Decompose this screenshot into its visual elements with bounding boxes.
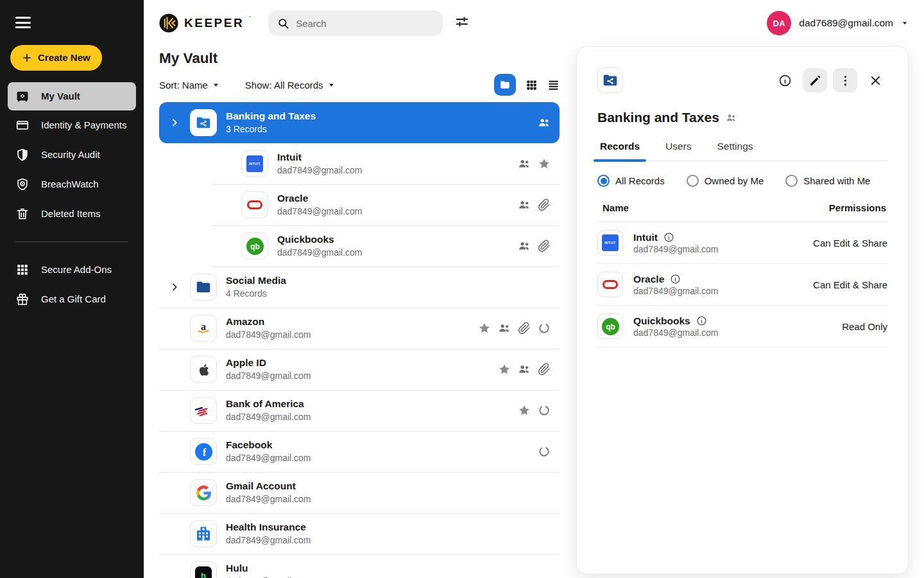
column-name: Name xyxy=(603,202,629,213)
gift-icon xyxy=(15,292,30,306)
hulu-logo: h xyxy=(190,561,217,578)
info-button[interactable] xyxy=(773,68,797,92)
sidebar-item-identity-payments[interactable]: Identity & Payments xyxy=(0,110,144,140)
more-options-button[interactable] xyxy=(833,68,857,92)
shield-icon xyxy=(15,148,30,162)
grid-view-button[interactable] xyxy=(526,79,538,91)
row-subtitle: dad7849@gmail.com xyxy=(226,452,311,464)
svg-text:f: f xyxy=(202,446,206,459)
avatar: DA xyxy=(767,11,791,35)
create-new-button[interactable]: Create New xyxy=(10,45,102,71)
record-row-apple-id[interactable]: Apple IDdad7849@gmail.com xyxy=(159,349,560,390)
folder-logo xyxy=(190,274,217,301)
list-view-button[interactable] xyxy=(547,79,560,91)
row-title: Banking and Taxes xyxy=(226,110,316,123)
row-subtitle: 4 Records xyxy=(226,288,286,299)
sidebar-nav-secondary: Secure Add-OnsGet a Gift Card xyxy=(0,255,144,314)
panel-tabs: RecordsUsersSettings xyxy=(597,138,887,161)
record-name: Intuit xyxy=(633,232,658,243)
row-title: Gmail Account xyxy=(226,480,311,493)
search-icon xyxy=(277,17,289,30)
shared-folder-logo xyxy=(190,109,217,136)
record-row-hulu[interactable]: hHuludad7849@gmail.com xyxy=(159,554,560,578)
shared-users-icon xyxy=(538,116,551,129)
panel-title-row: Banking and Taxes xyxy=(597,110,887,125)
close-button[interactable] xyxy=(863,68,887,92)
panel-record-list: INTUITIntuitdad7849@gmail.comCan Edit & … xyxy=(597,222,887,347)
row-subtitle: dad7849@gmail.com xyxy=(277,164,363,176)
bofa-logo xyxy=(190,397,217,424)
record-row-amazon[interactable]: aAmazondad7849@gmail.com xyxy=(159,308,560,349)
pencil-icon xyxy=(809,74,822,87)
info-icon[interactable] xyxy=(670,274,681,285)
svg-text:INTUIT: INTUIT xyxy=(604,241,616,245)
hospital-logo xyxy=(190,520,217,547)
panel-record-row-oracle[interactable]: Oracledad7849@gmail.comCan Edit & Share xyxy=(597,264,887,306)
trademark-mark: ’ xyxy=(249,15,250,21)
permission-label: Can Edit & Share xyxy=(813,279,887,290)
record-row-health-insurance[interactable]: Health Insurancedad7849@gmail.com xyxy=(159,513,560,554)
filter-radio-shared-with-me[interactable]: Shared with Me xyxy=(785,175,870,187)
amazon-logo: a xyxy=(190,315,217,342)
record-row-quickbooks[interactable]: qbQuickbooksdad7849@gmail.com xyxy=(159,225,560,267)
search-box[interactable] xyxy=(268,10,443,36)
filter-radio-owned-by-me[interactable]: Owned by Me xyxy=(687,175,764,187)
row-title: Hulu xyxy=(226,562,311,575)
info-icon[interactable] xyxy=(696,315,707,326)
hamburger-menu-button[interactable] xyxy=(15,17,31,31)
filter-button[interactable] xyxy=(454,14,470,32)
row-title: Amazon xyxy=(226,315,311,329)
main-content: My Vault Sort: Name Show: All Records Ba… xyxy=(159,46,560,578)
grid-icon xyxy=(526,79,538,91)
account-menu[interactable]: DA dad7689@gmail.com xyxy=(767,11,909,35)
record-row-oracle[interactable]: Oracledad7849@gmail.com xyxy=(159,184,560,225)
record-row-facebook[interactable]: fFacebookdad7849@gmail.com xyxy=(159,431,560,472)
chevron-down-icon xyxy=(212,82,219,89)
row-title: Social Media xyxy=(226,274,286,288)
permission-label: Read Only xyxy=(842,321,887,332)
keeper-logo: KEEPER ’ xyxy=(159,13,250,33)
sort-dropdown[interactable]: Sort: Name xyxy=(159,80,219,91)
edit-button[interactable] xyxy=(803,68,827,92)
row-title: Intuit xyxy=(277,151,363,164)
info-icon[interactable] xyxy=(663,232,674,243)
view-toggles xyxy=(494,74,560,96)
record-row-gmail-account[interactable]: Gmail Accountdad7849@gmail.com xyxy=(159,472,560,513)
tab-users[interactable]: Users xyxy=(664,138,692,161)
chevron-right-icon[interactable] xyxy=(169,282,190,292)
panel-record-row-quickbooks[interactable]: qbQuickbooksdad7849@gmail.comRead Only xyxy=(597,306,887,347)
radio-icon xyxy=(597,175,610,187)
panel-record-row-intuit[interactable]: INTUITIntuitdad7849@gmail.comCan Edit & … xyxy=(597,222,887,264)
record-row-bank-of-america[interactable]: Bank of Americadad7849@gmail.com xyxy=(159,390,560,431)
row-subtitle: dad7849@gmail.com xyxy=(226,370,311,381)
tab-records[interactable]: Records xyxy=(599,138,641,161)
chevron-down-icon xyxy=(328,82,335,89)
shared-users-icon xyxy=(518,240,531,252)
sidebar-item-label: BreachWatch xyxy=(41,179,98,189)
sidebar-item-security-audit[interactable]: Security Audit xyxy=(0,140,144,170)
sidebar-item-get-a-gift-card[interactable]: Get a Gift Card xyxy=(0,285,144,314)
svg-text:qb: qb xyxy=(250,241,260,250)
sidebar-item-my-vault[interactable]: My Vault xyxy=(8,82,136,110)
star-icon xyxy=(478,322,491,335)
chevron-right-icon[interactable] xyxy=(169,118,190,128)
sidebar-item-label: Secure Add-Ons xyxy=(41,264,112,275)
filter-radio-all-records[interactable]: All Records xyxy=(597,175,665,187)
record-email: dad7849@gmail.com xyxy=(633,244,719,254)
folder-view-button[interactable] xyxy=(494,74,516,96)
paperclip-icon xyxy=(538,240,551,252)
sidebar-item-deleted-items[interactable]: Deleted Items xyxy=(0,199,144,229)
row-title: Oracle xyxy=(277,192,363,206)
panel-header xyxy=(597,67,887,93)
tab-settings[interactable]: Settings xyxy=(716,138,755,161)
sidebar-item-secure-add-ons[interactable]: Secure Add-Ons xyxy=(0,255,144,285)
folder-row-banking-and-taxes[interactable]: Banking and Taxes3 Records xyxy=(159,102,560,143)
show-dropdown[interactable]: Show: All Records xyxy=(245,80,335,91)
detail-panel: Banking and Taxes RecordsUsersSettings A… xyxy=(576,46,909,574)
paperclip-icon xyxy=(538,198,551,211)
row-subtitle: dad7849@gmail.com xyxy=(226,329,311,340)
record-row-intuit[interactable]: INTUITIntuitdad7849@gmail.com xyxy=(159,143,560,184)
folder-row-social-media[interactable]: Social Media4 Records xyxy=(159,267,560,308)
sidebar-item-breachwatch[interactable]: BreachWatch xyxy=(0,170,144,199)
search-input[interactable] xyxy=(296,18,434,29)
